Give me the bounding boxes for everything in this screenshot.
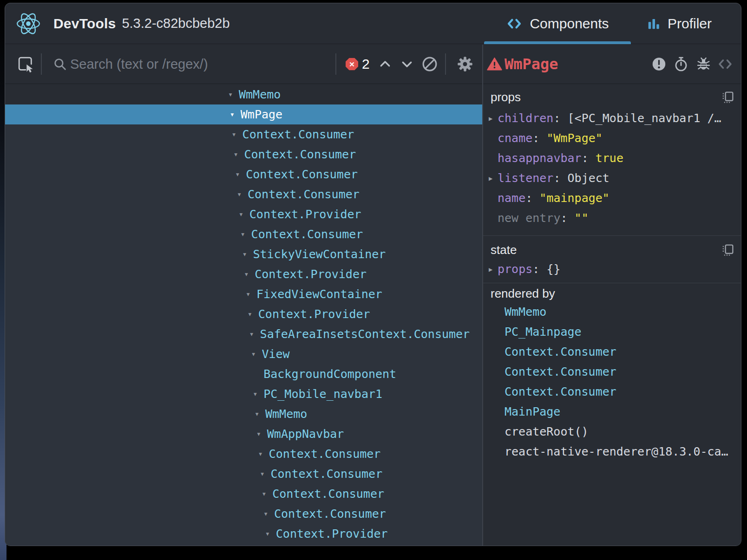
caret-down-icon[interactable]: ▾ [263,510,274,518]
state-value[interactable]: {} [546,262,560,276]
caret-down-icon[interactable]: ▾ [242,250,253,258]
view-source-icon[interactable] [717,56,734,72]
props-section-header: props [483,88,741,106]
tree-row-label: Context.Consumer [244,148,356,161]
search-input[interactable] [70,57,312,72]
prop-key: hasappnavbar [498,151,582,165]
tree-row-label: WmAppNavbar [267,427,344,441]
props-entry[interactable]: cname: "WmPage" [483,128,741,148]
search-icon [52,56,68,72]
caret-down-icon[interactable]: ▾ [228,91,239,98]
props-entry[interactable]: ▶ listener: Object [483,168,741,188]
caret-down-icon[interactable]: ▾ [262,490,272,498]
space [560,171,567,185]
tree-row[interactable]: ▾ FixedViewContainer [5,284,482,304]
tree-row[interactable]: ▾ WmMemo [5,85,482,104]
tree-row[interactable]: ▾ Context.Provider [5,264,482,284]
rendered-by-item[interactable]: PC_Mainpage [483,322,741,342]
rendered-by-item[interactable]: MainPage [483,402,741,422]
expand-arrow-icon[interactable]: ▶ [489,266,498,273]
tree-row[interactable]: ▾ Context.Consumer [5,464,482,484]
search-toolbar: ✕ 2 [5,45,482,84]
prop-value[interactable]: [<PC_Mobile_navbar1 /… [568,111,721,125]
rendered-by-item[interactable]: react-native-renderer@18.3.0-ca… [483,442,741,462]
caret-down-icon[interactable]: ▾ [244,270,255,278]
inspect-element-button[interactable] [16,55,35,73]
tree-row[interactable]: ▾ Context.Consumer [5,504,482,524]
caret-down-icon[interactable]: ▾ [251,350,262,358]
tree-row-label: Context.Consumer [242,128,354,141]
tree-row[interactable]: ▾ WmPage [5,104,482,124]
caret-down-icon[interactable]: ▾ [235,170,246,178]
tree-row[interactable]: ▾ Context.Consumer [5,224,482,244]
tree-row[interactable]: ▾ Context.Consumer [5,444,482,464]
prop-value[interactable]: "mainpage" [539,191,609,205]
details-header: WmPage [483,45,741,84]
space [568,211,575,225]
tree-row[interactable]: ▾ PC_Mobile_navbar1 [5,384,482,404]
props-entry[interactable]: ▶ children: [<PC_Mobile_navbar1 /… [483,108,741,128]
clear-search-icon[interactable] [421,56,438,72]
rendered-by-item[interactable]: createRoot() [483,422,741,442]
tree-row[interactable]: ▾ Context.Consumer [5,144,482,164]
caret-down-icon[interactable]: ▾ [241,230,251,238]
caret-down-icon[interactable]: ▾ [233,150,244,158]
caret-down-icon[interactable]: ▾ [258,450,269,458]
tree-row[interactable]: ▾ Context.Consumer [5,484,482,504]
caret-down-icon[interactable]: ▾ [256,430,267,438]
expand-arrow-icon[interactable]: ▶ [489,115,498,122]
props-entry[interactable]: name: "mainpage" [483,188,741,208]
chevron-up-icon[interactable] [378,57,392,71]
rendered-by-item[interactable]: Context.Consumer [483,382,741,402]
details-panel: WmPage [483,45,741,546]
tab-profiler[interactable]: Profiler [640,3,719,44]
expand-arrow-icon[interactable]: ▶ [489,175,498,182]
prop-key: name [498,191,525,205]
tree-row[interactable]: ▾ Context.Provider [5,304,482,324]
caret-down-icon[interactable]: ▾ [239,210,249,218]
chevron-down-icon[interactable] [400,57,414,71]
caret-down-icon[interactable]: ▾ [232,130,242,138]
rendered-by-item[interactable]: Context.Consumer [483,342,741,362]
tab-components[interactable]: Components [484,3,631,44]
copy-icon[interactable] [721,243,734,257]
tree-row[interactable]: ▾ View [5,344,482,364]
tree-row-label: Context.Provider [249,208,361,221]
tree-row[interactable]: ▾ Context.Consumer [5,184,482,204]
caret-down-icon[interactable]: ▾ [265,530,276,538]
bug-icon[interactable] [696,57,711,72]
error-x-glyph: ✕ [349,60,355,68]
tree-row[interactable]: ▾ WmMemo [5,404,482,424]
stopwatch-icon[interactable] [673,56,689,72]
tree-row[interactable]: ▾ SafeAreaInsetsContext.Consumer [5,324,482,344]
tree-row[interactable]: ▾ WmAppNavbar [5,424,482,444]
caret-down-icon[interactable]: ▾ [246,290,256,298]
tree-row[interactable]: ▾ Context.Provider [5,524,482,544]
caret-down-icon[interactable]: ▾ [230,111,241,118]
rendered-by-item[interactable]: WmMemo [483,302,741,322]
tree-row[interactable]: ▾ Context.Consumer [5,164,482,184]
caret-down-icon[interactable]: ▾ [255,410,265,418]
prop-value[interactable]: "" [575,211,589,225]
caret-down-icon[interactable]: ▾ [237,190,248,198]
state-entry[interactable]: ▶ props: {} [483,259,741,279]
prop-value[interactable]: Object [568,171,609,185]
tree-row[interactable]: ▾ Context.Provider [5,204,482,224]
caret-down-icon[interactable]: ▾ [249,330,260,338]
prop-value[interactable]: true [596,151,623,165]
tree-row-label: FixedViewContainer [256,287,382,301]
caret-down-icon[interactable]: ▾ [260,470,270,478]
caret-down-icon[interactable]: ▾ [248,310,258,318]
tree-row[interactable]: BackgroundComponent [5,364,482,384]
copy-icon[interactable] [721,91,734,104]
rendered-by-item[interactable]: Context.Consumer [483,362,741,382]
tree-row[interactable]: ▾ Context.Consumer [5,124,482,144]
state-list: ▶ props: {} [483,259,741,279]
caret-down-icon[interactable]: ▾ [253,390,263,398]
suspend-error-icon[interactable] [651,57,667,72]
settings-gear-icon[interactable] [457,56,473,72]
props-entry[interactable]: new entry: "" [483,208,741,228]
prop-value[interactable]: "WmPage" [546,131,602,145]
tree-row[interactable]: ▾ StickyViewContainer [5,244,482,264]
props-entry[interactable]: hasappnavbar: true [483,148,741,168]
